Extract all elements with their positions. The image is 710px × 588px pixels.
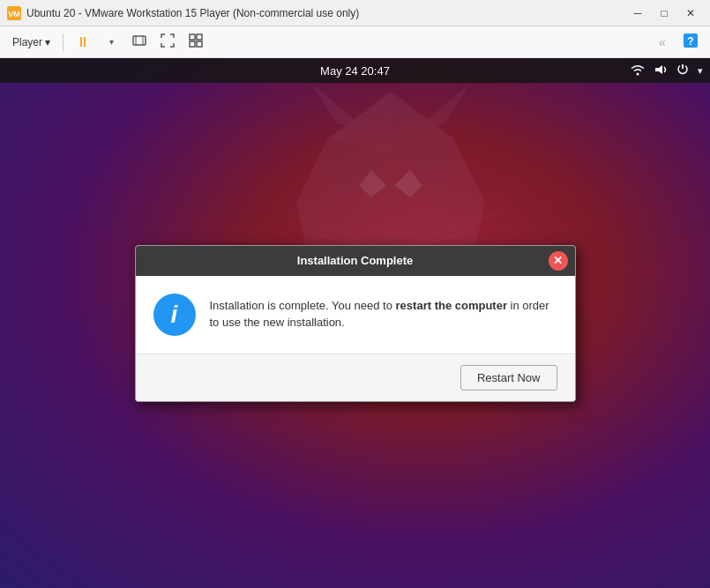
send-ctrl-alt-del-button[interactable] [127,30,152,55]
toolbar-right: « ? [650,30,703,55]
close-button[interactable]: ✕ [678,4,703,23]
back-button[interactable]: « [650,30,675,55]
dialog-footer: Restart Now [136,354,575,401]
toolbar: Player ▾ ⏸ ▾ [0,26,710,58]
help-icon: ? [683,33,699,51]
svg-text:?: ? [687,35,693,48]
svg-rect-7 [190,41,195,47]
dialog-title: Installation Complete [297,254,413,267]
unity-button[interactable] [183,30,208,55]
dialog-titlebar: Installation Complete ✕ [136,246,575,276]
help-button[interactable]: ? [678,30,703,55]
dialog-message: Installation is complete. You need to re… [210,294,557,331]
fullscreen-icon [161,33,175,50]
app-icon: VM [7,6,21,20]
dialog-close-button[interactable]: ✕ [549,251,568,271]
back-icon: « [659,35,666,49]
svg-rect-2 [133,36,146,45]
vm-display[interactable]: May 24 20:47 ▾ [0,58,710,588]
title-bar: VM Ubuntu 20 - VMware Workstation 15 Pla… [0,0,710,26]
dialog-overlay: Installation Complete ✕ i Installation i… [0,58,710,588]
window-title: Ubuntu 20 - VMware Workstation 15 Player… [26,7,359,19]
pause-dropdown-button[interactable]: ▾ [99,30,123,55]
player-label: Player [12,36,42,48]
title-left: VM Ubuntu 20 - VMware Workstation 15 Pla… [7,6,359,20]
svg-rect-6 [197,34,202,40]
player-menu-button[interactable]: Player ▾ [7,33,56,51]
installation-complete-dialog: Installation Complete ✕ i Installation i… [135,245,576,402]
title-controls: ─ □ ✕ [625,4,703,23]
send-ctrl-alt-del-icon [131,33,147,51]
pause-dropdown-icon: ▾ [109,37,114,47]
info-icon: i [153,294,196,336]
restart-now-button[interactable]: Restart Now [460,365,557,391]
maximize-button[interactable]: □ [652,4,676,23]
pause-icon: ⏸ [76,34,90,50]
fullscreen-button[interactable] [155,30,180,55]
svg-text:VM: VM [8,10,20,19]
minimize-button[interactable]: ─ [625,4,650,23]
unity-icon [189,33,203,50]
toolbar-separator-1 [63,33,64,51]
svg-rect-8 [197,41,202,47]
dialog-body: i Installation is complete. You need to … [136,276,575,354]
pause-button[interactable]: ⏸ [71,30,95,55]
svg-rect-5 [190,34,195,40]
player-dropdown-icon: ▾ [45,36,50,48]
